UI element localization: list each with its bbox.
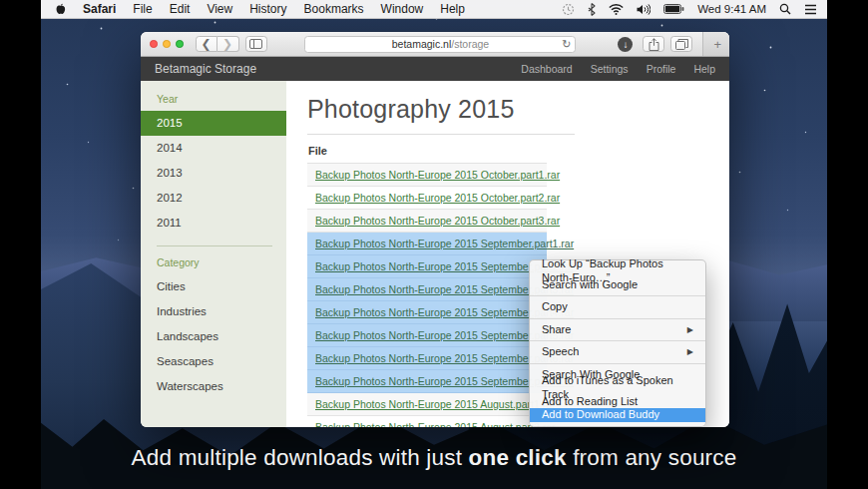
site-brand[interactable]: Betamagic Storage [155,62,256,76]
back-button[interactable]: ❮ [196,36,217,52]
file-link[interactable]: Backup Photos North-Europe 2015 October.… [315,169,560,181]
file-row: Backup Photos North-Europe 2015 October.… [307,210,547,233]
file-row-selected: Backup Photos North-Europe 2015 Septembe… [307,278,547,301]
menubar-bookmarks[interactable]: Bookmarks [304,2,364,16]
new-tab-button[interactable]: + [702,32,729,56]
browser-toolbar: ❮ ❯ betamagic.nl/storage ↻ ↓ + [141,32,729,57]
nav-profile[interactable]: Profile [647,63,676,75]
file-row: Backup Photos North-Europe 2015 August.p… [307,393,547,416]
sidebar-year-2015[interactable]: 2015 [141,111,286,136]
filter-sidebar: Year 2015 2014 2013 2012 2011 Category C… [141,81,286,427]
menubar-view[interactable]: View [207,2,232,16]
nav-help[interactable]: Help [693,63,715,75]
caption-highlight: one click [469,445,567,470]
history-nav-group: ❮ ❯ [196,36,239,52]
file-row-selected: Backup Photos North-Europe 2015 Septembe… [307,301,547,324]
site-header: Betamagic Storage Dashboard Settings Pro… [141,57,729,81]
sidebar-category-seascapes[interactable]: Seascapes [141,349,286,374]
minimize-window-button[interactable] [163,40,171,48]
file-row: Backup Photos North-Europe 2015 October.… [307,187,547,210]
menu-item-share[interactable]: Share▶ [530,323,705,337]
submenu-arrow-icon: ▶ [687,345,693,359]
tab-overview-button[interactable] [670,36,692,52]
time-machine-icon[interactable] [562,3,575,16]
downloads-button[interactable]: ↓ [618,37,633,52]
marketing-caption: Add multiple downloads with just one cli… [0,445,868,471]
category-section-label: Category [141,256,286,268]
site-nav: Dashboard Settings Profile Help [521,63,715,75]
file-link[interactable]: Backup Photos North-Europe 2015 October.… [315,215,560,227]
sidebar-category-landscapes[interactable]: Landscapes [141,324,286,349]
menu-item-speech[interactable]: Speech▶ [530,345,705,359]
sidebar-year-2011[interactable]: 2011 [141,211,286,236]
sidebar-toggle-button[interactable] [245,36,267,52]
menubar-history[interactable]: History [249,2,286,16]
menubar-window[interactable]: Window [381,2,424,16]
submenu-arrow-icon: ▶ [687,323,693,337]
file-row: Backup Photos North-Europe 2015 August.p… [307,416,547,427]
menu-separator [530,295,705,296]
file-link[interactable]: Backup Photos North-Europe 2015 August.p… [315,398,555,410]
title-divider [307,134,575,135]
macos-menubar: Safari File Edit View History Bookmarks … [41,0,827,19]
menubar-help[interactable]: Help [440,2,465,16]
window-controls [150,40,184,48]
menu-item-add-to-download-buddy[interactable]: Add to Download Buddy [530,408,705,422]
sidebar-category-waterscapes[interactable]: Waterscapes [141,374,286,399]
url-domain: betamagic.nl [392,38,452,50]
nav-settings[interactable]: Settings [591,63,629,75]
wifi-icon[interactable] [609,4,624,15]
sidebar-year-2014[interactable]: 2014 [141,136,286,161]
sidebar-divider [157,245,272,246]
year-section-label: Year [141,93,286,105]
zoom-window-button[interactable] [176,40,184,48]
menubar-file[interactable]: File [133,2,152,16]
menu-separator [530,318,705,319]
context-menu: Look Up “Backup Photos North-Euro…” Sear… [529,259,706,427]
spotlight-icon[interactable] [779,3,791,15]
menubar-clock[interactable]: Wed 9:41 AM [697,3,766,15]
file-row: Backup Photos North-Europe 2015 October.… [307,164,547,187]
close-window-button[interactable] [150,40,158,48]
file-row-selected: Backup Photos North-Europe 2015 Septembe… [307,347,547,370]
sidebar-category-industries[interactable]: Industries [141,299,286,324]
menu-item-look-up[interactable]: Look Up “Backup Photos North-Euro…” [530,264,705,278]
bluetooth-icon[interactable] [588,3,596,16]
sidebar-year-2012[interactable]: 2012 [141,186,286,211]
menu-item-add-to-itunes[interactable]: Add to iTunes as a Spoken Track [530,381,705,395]
file-table: Backup Photos North-Europe 2015 October.… [307,164,547,427]
reload-icon[interactable]: ↻ [562,38,571,51]
battery-icon[interactable] [663,4,684,14]
notification-center-icon[interactable] [804,4,817,15]
menu-separator [530,340,705,341]
sidebar-year-2013[interactable]: 2013 [141,161,286,186]
file-link[interactable]: Backup Photos North-Europe 2015 October.… [315,192,560,204]
volume-icon[interactable] [637,4,651,15]
file-row-selected: Backup Photos North-Europe 2015 Septembe… [307,233,547,255]
menu-separator [530,363,705,364]
nav-dashboard[interactable]: Dashboard [521,63,572,75]
file-link[interactable]: Backup Photos North-Europe 2015 August.p… [315,421,555,427]
sidebar-category-cities[interactable]: Cities [141,274,286,299]
menu-item-copy[interactable]: Copy [530,300,705,314]
menubar-app-safari[interactable]: Safari [83,2,116,16]
file-link[interactable]: Backup Photos North-Europe 2015 Septembe… [315,238,574,249]
file-row-selected: Backup Photos North-Europe 2015 Septembe… [307,324,547,347]
file-row-selected: Backup Photos North-Europe 2015 Septembe… [307,370,547,393]
address-bar[interactable]: betamagic.nl/storage ↻ [304,36,576,53]
forward-button[interactable]: ❯ [217,36,239,52]
file-column-header: File [307,145,547,164]
file-row-selected: Backup Photos North-Europe 2015 Septembe… [307,255,547,278]
menubar-edit[interactable]: Edit [170,2,191,16]
share-button[interactable] [643,36,664,52]
page-title: Photography 2015 [307,95,729,124]
apple-menu-icon[interactable] [55,3,66,16]
url-path: /storage [451,38,489,50]
